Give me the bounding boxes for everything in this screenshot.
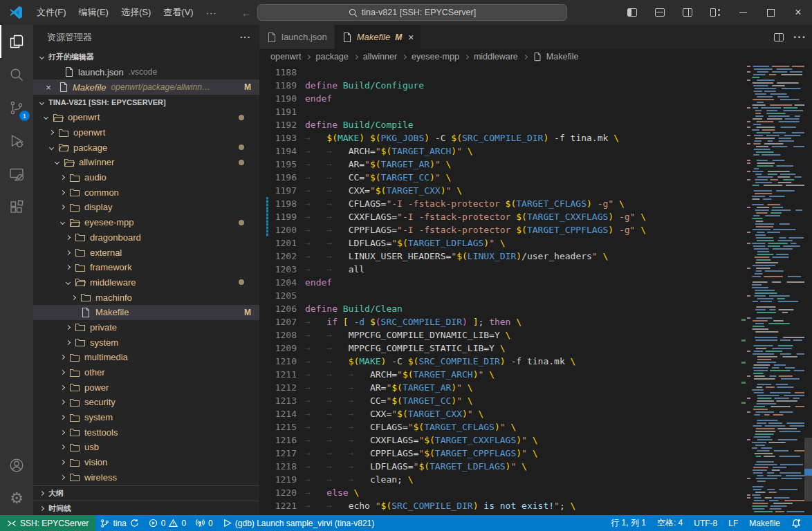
command-center-search[interactable]: tina-v821 [SSH: EPYCServer] <box>257 4 567 21</box>
tree-item-label: system <box>84 412 113 422</box>
code-line: 1194→ → ARCH="$(TARGET_ARCH)" \ <box>259 145 812 158</box>
open-editor-launch-json[interactable]: launch.json .vscode <box>33 64 259 80</box>
tree-item-allwinner[interactable]: allwinner <box>33 155 259 170</box>
line-number: 1201 <box>265 236 297 250</box>
tree-item-openwrt[interactable]: openwrt <box>33 110 259 125</box>
tree-item-label: middleware <box>90 277 136 288</box>
tree-item-security[interactable]: security <box>33 395 259 410</box>
code-line: 1193→ $(MAKE) $(PKG_JOBS) -C $(SRC_COMPI… <box>259 131 812 145</box>
problems-item[interactable]: 0 0 <box>144 515 191 531</box>
extensions-icon[interactable] <box>0 191 33 224</box>
tree-item-machinfo[interactable]: machinfo <box>33 290 259 305</box>
tab-launch-json[interactable]: launch.json <box>259 25 335 49</box>
toggle-secondary-sidebar-icon[interactable] <box>674 0 701 25</box>
git-branch-item[interactable]: tina <box>95 515 143 531</box>
chevron-right-icon <box>60 430 65 435</box>
tree-item-other[interactable]: other <box>33 365 259 380</box>
menu-item[interactable]: 编辑(E) <box>73 0 115 25</box>
tree-item-eyesee-mpp[interactable]: eyesee-mpp <box>33 215 259 230</box>
language-mode[interactable]: Makefile <box>744 515 786 531</box>
tree-item-openwrt[interactable]: openwrt <box>33 125 259 140</box>
breadcrumb-item[interactable]: middleware <box>472 52 519 62</box>
chevron-down-icon <box>66 280 71 285</box>
settings-gear-icon[interactable]: ⚙ <box>0 482 33 515</box>
tree-item-dragonboard[interactable]: dragonboard <box>33 230 259 245</box>
code-line: 1208→ → MPPCFG_COMPILE_DYNAMIC_LIB=Y \ <box>259 328 812 342</box>
tree-item-common[interactable]: common <box>33 185 259 200</box>
encoding[interactable]: UTF-8 <box>688 515 723 531</box>
tree-item-label: openwrt <box>73 127 105 138</box>
tree-item-private[interactable]: private <box>33 320 259 335</box>
explorer-more-actions-icon[interactable]: ··· <box>240 32 251 42</box>
ports-item[interactable]: 0 <box>191 515 218 531</box>
customize-layout-icon[interactable] <box>701 0 729 25</box>
overview-ruler[interactable] <box>804 64 812 515</box>
explorer-icon[interactable] <box>0 25 33 58</box>
remote-indicator[interactable]: SSH: EPYCServer <box>0 515 95 531</box>
code-line: 1218→ → → LDFLAGS="$(TARGET_LDFLAGS)" \ <box>259 460 812 473</box>
toggle-panel-icon[interactable] <box>646 0 674 25</box>
code-line: 1205 <box>259 289 812 302</box>
tree-item-label: openwrt <box>68 112 100 122</box>
minimap[interactable] <box>746 64 804 515</box>
folder-icon <box>75 322 86 333</box>
tree-item-label: private <box>90 322 117 333</box>
breadcrumb-item[interactable]: allwinner <box>362 52 398 62</box>
tree-item-display[interactable]: display <box>33 200 259 215</box>
timeline-section[interactable]: 时间线 <box>33 501 259 515</box>
tree-item-wireless[interactable]: wireless <box>33 470 259 485</box>
menu-item[interactable]: 选择(S) <box>115 0 157 25</box>
tree-item-package[interactable]: package <box>33 140 259 155</box>
code-editor[interactable]: 11881189define Build/Configure1190endef1… <box>259 64 812 515</box>
close-button[interactable]: × <box>784 0 812 25</box>
editor-more-actions-icon[interactable]: ··· <box>793 31 806 44</box>
toggle-sidebar-icon[interactable] <box>618 0 646 25</box>
tree-item-system[interactable]: system <box>33 335 259 350</box>
menu-item[interactable]: 文件(F) <box>30 0 73 25</box>
breadcrumb-item[interactable]: eyesee-mpp <box>410 52 461 62</box>
tree-item-system[interactable]: system <box>33 410 259 425</box>
close-icon[interactable]: × <box>43 82 54 93</box>
tab-makefile[interactable]: Makefile M × <box>335 25 422 49</box>
remote-explorer-icon[interactable] <box>0 158 33 191</box>
tree-item-Makefile[interactable]: MakefileM <box>33 305 259 320</box>
tree-item-vision[interactable]: vision <box>33 455 259 470</box>
folder-icon <box>69 187 80 198</box>
split-editor-icon[interactable] <box>774 33 784 41</box>
run-debug-icon[interactable] <box>0 124 33 158</box>
tree-item-multimedia[interactable]: multimedia <box>33 350 259 365</box>
breadcrumb-item[interactable]: package <box>314 52 349 62</box>
breadcrumb-item[interactable]: openwrt <box>269 52 302 62</box>
tree-item-framework[interactable]: framework <box>33 260 259 275</box>
tree-item-external[interactable]: external <box>33 245 259 260</box>
chevron-right-icon <box>39 491 44 496</box>
tree-item-middleware[interactable]: middleware <box>33 275 259 290</box>
indentation[interactable]: 空格: 4 <box>652 515 688 531</box>
tree-item-usb[interactable]: usb <box>33 440 259 455</box>
nav-back-icon[interactable]: ← <box>241 7 252 19</box>
chevron-right-icon <box>60 475 65 480</box>
cursor-position[interactable]: 行 1, 列 1 <box>605 515 652 531</box>
tree-item-audio[interactable]: audio <box>33 170 259 185</box>
tree-item-testtools[interactable]: testtools <box>33 425 259 440</box>
maximize-button[interactable] <box>757 0 784 25</box>
search-view-icon[interactable] <box>0 58 33 91</box>
menu-item[interactable]: 查看(V) <box>157 0 199 25</box>
source-control-icon[interactable]: 1 <box>0 91 33 124</box>
open-editors-header[interactable]: 打开的编辑器 <box>33 49 259 64</box>
line-number: 1206 <box>265 302 297 315</box>
tree-item-power[interactable]: power <box>33 380 259 395</box>
notifications-bell[interactable] <box>786 515 806 531</box>
account-icon[interactable] <box>0 449 33 482</box>
tree-item-label: testtools <box>84 427 118 438</box>
eol[interactable]: LF <box>723 515 744 531</box>
breadcrumb-item[interactable]: Makefile <box>545 52 580 62</box>
debug-launch-item[interactable]: (gdb) Launch sample_virvi (tina-v821) <box>218 515 379 531</box>
chevron-down-icon <box>49 145 54 150</box>
close-icon[interactable]: × <box>408 32 414 43</box>
menu-overflow[interactable]: ··· <box>200 8 223 18</box>
minimize-button[interactable] <box>729 0 757 25</box>
outline-section[interactable]: 大纲 <box>33 485 259 501</box>
workspace-header[interactable]: TINA-V821 [SSH: EPYCSERVER] <box>33 95 259 110</box>
open-editor-makefile[interactable]: × Makefile openwrt/package/allwinner/eye… <box>33 80 259 95</box>
